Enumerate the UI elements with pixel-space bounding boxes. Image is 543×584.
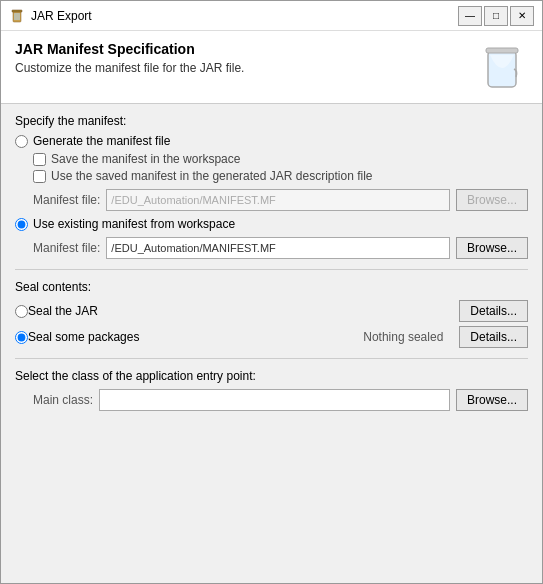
nothing-sealed-status: Nothing sealed <box>363 330 451 344</box>
svg-rect-4 <box>486 48 518 53</box>
seal-packages-left: Seal some packages Nothing sealed <box>15 330 459 344</box>
radio-seal-jar-label[interactable]: Seal the JAR <box>28 304 98 318</box>
svg-rect-2 <box>14 13 20 20</box>
header-subtitle: Customize the manifest file for the JAR … <box>15 61 466 75</box>
radio-existing-row: Use existing manifest from workspace <box>15 217 528 231</box>
main-class-browse-button[interactable]: Browse... <box>456 389 528 411</box>
window-controls: — □ ✕ <box>458 6 534 26</box>
minimize-button[interactable]: — <box>458 6 482 26</box>
specify-label: Specify the manifest: <box>15 114 528 128</box>
entry-section-label: Select the class of the application entr… <box>15 369 528 383</box>
radio-generate-label[interactable]: Generate the manifest file <box>33 134 170 148</box>
seal-section-label: Seal contents: <box>15 280 528 294</box>
maximize-button[interactable]: □ <box>484 6 508 26</box>
details-jar-button[interactable]: Details... <box>459 300 528 322</box>
checkbox-use-saved-row: Use the saved manifest in the generated … <box>33 169 528 183</box>
radio-generate[interactable] <box>15 135 28 148</box>
jar-illustration <box>476 41 528 93</box>
radio-seal-packages[interactable] <box>15 331 28 344</box>
manifest-file-disabled-row: Manifest file: Browse... <box>33 189 528 211</box>
window-title: JAR Export <box>31 9 458 23</box>
browse-button-active[interactable]: Browse... <box>456 237 528 259</box>
checkbox-save-row: Save the manifest in the workspace <box>33 152 528 166</box>
checkbox-save-manifest[interactable] <box>33 153 46 166</box>
checkbox-use-saved-label[interactable]: Use the saved manifest in the generated … <box>51 169 373 183</box>
header-text: JAR Manifest Specification Customize the… <box>15 41 466 75</box>
manifest-file-active-label: Manifest file: <box>33 241 100 255</box>
jar-export-window: JAR Export — □ ✕ JAR Manifest Specificat… <box>0 0 543 584</box>
main-class-label: Main class: <box>33 393 93 407</box>
main-class-row: Main class: Browse... <box>33 389 528 411</box>
radio-seal-jar[interactable] <box>15 305 28 318</box>
details-packages-button[interactable]: Details... <box>459 326 528 348</box>
manifest-file-disabled-label: Manifest file: <box>33 193 100 207</box>
separator-1 <box>15 269 528 270</box>
svg-rect-1 <box>12 10 22 12</box>
radio-existing-label[interactable]: Use existing manifest from workspace <box>33 217 235 231</box>
checkbox-use-saved[interactable] <box>33 170 46 183</box>
separator-2 <box>15 358 528 359</box>
manifest-file-active-input[interactable] <box>106 237 450 259</box>
manifest-file-disabled-input[interactable] <box>106 189 450 211</box>
seal-jar-row: Seal the JAR Details... <box>15 300 528 322</box>
header-area: JAR Manifest Specification Customize the… <box>1 31 542 104</box>
manifest-file-active-row: Manifest file: Browse... <box>33 237 528 259</box>
jar-title-icon <box>9 8 25 24</box>
title-bar: JAR Export — □ ✕ <box>1 1 542 31</box>
seal-packages-row: Seal some packages Nothing sealed Detail… <box>15 326 528 348</box>
content-area: Specify the manifest: Generate the manif… <box>1 104 542 583</box>
close-button[interactable]: ✕ <box>510 6 534 26</box>
header-title: JAR Manifest Specification <box>15 41 466 57</box>
radio-generate-row: Generate the manifest file <box>15 134 528 148</box>
radio-seal-packages-label[interactable]: Seal some packages <box>28 330 139 344</box>
main-class-input[interactable] <box>99 389 450 411</box>
radio-existing[interactable] <box>15 218 28 231</box>
seal-jar-left: Seal the JAR <box>15 304 459 318</box>
checkbox-save-label[interactable]: Save the manifest in the workspace <box>51 152 240 166</box>
browse-button-disabled[interactable]: Browse... <box>456 189 528 211</box>
